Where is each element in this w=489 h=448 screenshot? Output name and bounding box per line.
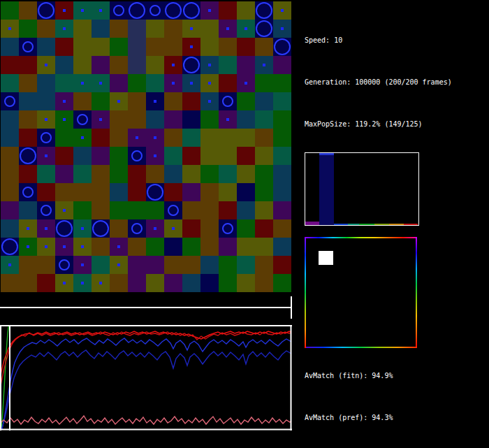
- organism-ring-marker: [1, 238, 18, 255]
- organism-dot-marker: [45, 64, 48, 66]
- grid-cell: [37, 129, 55, 147]
- grid-cell: [164, 183, 182, 201]
- grid-cell: [219, 201, 237, 219]
- organism-ring-marker: [22, 41, 34, 52]
- organism-dot-marker: [154, 154, 156, 157]
- organism-dot-marker: [172, 64, 175, 66]
- grid-cell: [128, 92, 146, 110]
- histogram-base-segment: [334, 224, 348, 225]
- grid-cell: [200, 183, 219, 201]
- grid-cell: [110, 56, 128, 74]
- grid-cell: [128, 219, 146, 238]
- grid-cell: [37, 219, 55, 238]
- organism-ring-marker: [59, 259, 70, 270]
- grid-cell: [237, 38, 255, 56]
- grid-cell: [273, 201, 291, 219]
- organism-ring-marker: [222, 96, 233, 107]
- grid-cell: [146, 201, 164, 219]
- hue-edge-bottom: [305, 347, 417, 348]
- grid-cell: [255, 201, 273, 219]
- grid-cell: [273, 92, 291, 110]
- grid-cell: [200, 56, 219, 74]
- histogram-base-segment: [404, 224, 418, 225]
- grid-cell: [182, 201, 200, 219]
- grid-cell: [73, 92, 92, 110]
- grid-cell: [73, 183, 92, 201]
- organism-dot-marker: [190, 27, 193, 30]
- organism-dot-marker: [81, 263, 84, 266]
- grid-cell: [110, 110, 128, 129]
- grid-cell: [219, 256, 237, 274]
- grid-cell: [146, 129, 164, 147]
- grid-cell: [19, 38, 37, 56]
- organism-ring-marker: [38, 2, 54, 19]
- hue-edge-top: [305, 237, 417, 238]
- grid-cell: [164, 219, 182, 238]
- grid-cell: [128, 147, 146, 165]
- grid-cell: [146, 92, 164, 110]
- grid-cell: [273, 110, 291, 129]
- grid-cell: [182, 256, 200, 274]
- grid-cell: [146, 165, 164, 183]
- grid-cell: [200, 256, 219, 274]
- grid-cell: [146, 256, 164, 274]
- grid-cell: [273, 183, 291, 201]
- grid-cell: [182, 1, 200, 20]
- grid-cell: [1, 56, 19, 74]
- stat-speed: Speed: 10: [305, 34, 452, 48]
- grid-cell: [37, 256, 55, 274]
- grid-cell: [55, 165, 73, 183]
- grid-cell: [255, 38, 273, 56]
- grid-cell: [73, 38, 92, 56]
- grid-cell: [55, 74, 73, 92]
- grid-cell: [164, 256, 182, 274]
- timeline-marker[interactable]: [291, 296, 292, 319]
- grid-cell: [128, 74, 146, 92]
- grid-cell: [182, 74, 200, 92]
- grid-cell: [146, 56, 164, 74]
- grid-cell: [200, 201, 219, 219]
- grid-cell: [255, 129, 273, 147]
- grid-cell: [128, 20, 146, 38]
- grid-cell: [37, 38, 55, 56]
- organism-ring-marker: [113, 5, 124, 16]
- grid-cell: [237, 274, 255, 292]
- grid-cell: [110, 238, 128, 256]
- grid-cell: [55, 183, 73, 201]
- organism-dot-marker: [81, 245, 84, 248]
- grid-cell: [219, 165, 237, 183]
- grid-cell: [55, 219, 73, 238]
- grid-cell: [237, 56, 255, 74]
- grid-cell: [219, 219, 237, 238]
- grid-cell: [146, 74, 164, 92]
- grid-cell: [146, 219, 164, 238]
- grid-cell: [164, 129, 182, 147]
- stat-generation: Generation: 100000 (200/200 frames): [305, 75, 452, 89]
- organism-ring-marker: [41, 132, 52, 143]
- grid-cell: [110, 165, 128, 183]
- grid-cell: [255, 1, 273, 20]
- hue-edge-right: [416, 237, 417, 348]
- grid-cell: [73, 129, 92, 147]
- grid-cell: [219, 183, 237, 201]
- grid-cell: [19, 256, 37, 274]
- grid-cell: [219, 74, 237, 92]
- grid-cell: [255, 147, 273, 165]
- grid-cell: [110, 129, 128, 147]
- grid-cell: [110, 256, 128, 274]
- grid-cell: [73, 20, 92, 38]
- grid-cell: [200, 20, 219, 38]
- grid-cell: [146, 238, 164, 256]
- organism-ring-marker: [22, 187, 34, 198]
- grid-cell: [255, 20, 273, 38]
- grid-cell: [219, 20, 237, 38]
- grid-cell: [200, 74, 219, 92]
- population-histogram: m f: [305, 152, 419, 226]
- organism-dot-marker: [63, 27, 66, 30]
- grid-cell: [55, 274, 73, 292]
- timeline-track: [0, 307, 292, 308]
- organism-ring-marker: [92, 220, 109, 237]
- organism-dot-marker: [226, 27, 229, 30]
- organism-dot-marker: [63, 9, 66, 12]
- organism-dot-marker: [81, 82, 84, 85]
